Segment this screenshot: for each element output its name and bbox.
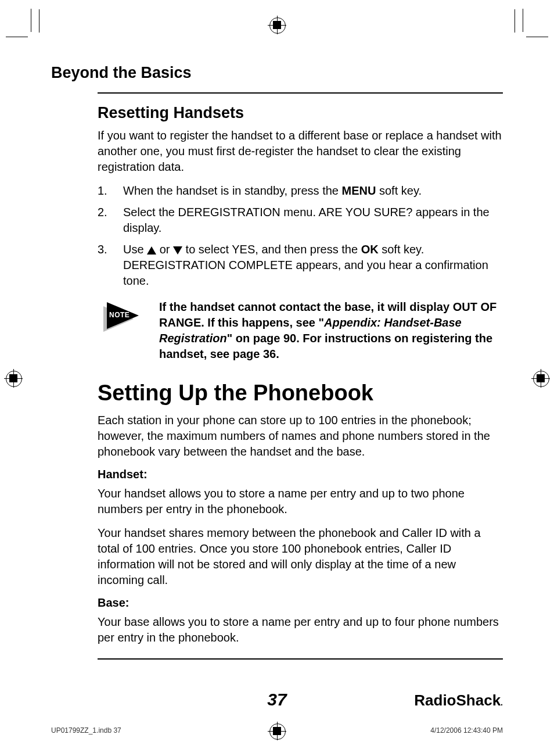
page-number: 37: [267, 690, 286, 710]
crop-mark: [6, 37, 28, 37]
divider: [98, 92, 503, 94]
handset-paragraph: Your handset allows you to store a name …: [98, 486, 503, 517]
registration-mark-icon: [533, 371, 548, 386]
menu-key-label: MENU: [342, 184, 376, 197]
step-number: 2.: [98, 205, 107, 220]
step-text: Use or to select YES, and then press the…: [123, 243, 488, 287]
note-text: If the handset cannot contact the base, …: [159, 299, 503, 362]
step-text: Select the DEREGISTRATION menu. ARE YOU …: [123, 206, 490, 234]
step-number: 3.: [98, 242, 107, 257]
note-block: NOTE If the handset cannot contact the b…: [98, 299, 503, 362]
registration-mark-icon: [269, 17, 285, 33]
divider: [98, 658, 503, 660]
base-label: Base:: [98, 596, 503, 610]
handset-label: Handset:: [98, 468, 503, 481]
step-number: 1.: [98, 183, 107, 199]
handset-paragraph: Your handset shares memory between the p…: [98, 525, 503, 588]
steps-list: 1. When the handset is in standby, press…: [98, 183, 503, 289]
base-paragraph: Your base allows you to store a name per…: [98, 614, 503, 646]
crop-mark: [31, 9, 31, 32]
crop-mark: [39, 9, 39, 33]
print-timestamp: 4/12/2006 12:43:40 PM: [430, 726, 503, 734]
chapter-title: Beyond the Basics: [51, 64, 503, 82]
crop-mark: [523, 9, 523, 32]
note-icon: NOTE: [98, 299, 149, 334]
resetting-intro: If you want to register the handset to a…: [98, 128, 503, 175]
crop-mark: [526, 37, 548, 37]
section-heading-resetting: Resetting Handsets: [98, 104, 503, 122]
phonebook-intro: Each station in your phone can store up …: [98, 413, 503, 460]
step-2: 2. Select the DEREGISTRATION menu. ARE Y…: [98, 205, 503, 236]
ok-key-label: OK: [361, 243, 379, 256]
brand-logo: RadioShack.: [414, 691, 503, 710]
step-3: 3. Use or to select YES, and then press …: [98, 242, 503, 289]
print-metadata: UP01799ZZ_1.indb 37 4/12/2006 12:43:40 P…: [51, 726, 503, 734]
section-heading-phonebook: Setting Up the Phonebook: [98, 381, 503, 406]
up-arrow-icon: [147, 246, 156, 255]
step-1: 1. When the handset is in standby, press…: [98, 183, 503, 199]
print-filename: UP01799ZZ_1.indb 37: [51, 726, 121, 734]
crop-mark: [515, 9, 515, 33]
down-arrow-icon: [173, 246, 182, 255]
registration-mark-icon: [6, 371, 21, 386]
step-text: When the handset is in standby, press th…: [123, 184, 422, 197]
